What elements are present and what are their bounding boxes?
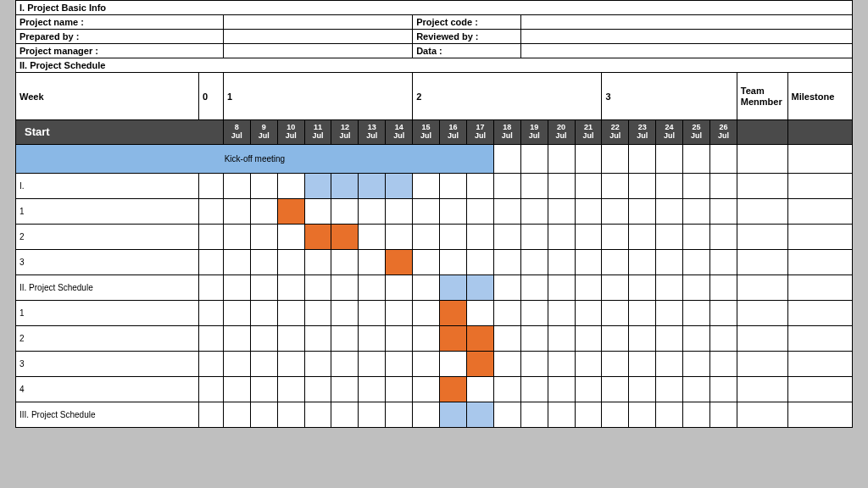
date-14: 14Jul <box>386 120 413 145</box>
team-cell[interactable] <box>737 376 787 402</box>
date-8: 8Jul <box>223 120 250 145</box>
milestone-cell[interactable] <box>787 249 852 274</box>
task-row: 1 <box>16 198 199 224</box>
input-project-code[interactable] <box>520 15 852 30</box>
label-project-name: Project name : <box>16 15 224 30</box>
milestone-cell[interactable] <box>787 198 852 224</box>
week-1: 1 <box>223 73 412 120</box>
milestone-cell[interactable] <box>787 274 852 300</box>
milestone-cell[interactable] <box>787 325 852 351</box>
project-table: I. Project Basic Info Project name : Pro… <box>15 0 853 428</box>
milestone-cell[interactable] <box>787 173 852 198</box>
milestone-cell[interactable] <box>787 376 852 402</box>
week-2: 2 <box>413 73 602 120</box>
date-11: 11Jul <box>304 120 331 145</box>
label-reviewed-by: Reviewed by : <box>413 30 521 44</box>
team-cell[interactable] <box>737 300 787 325</box>
task-row: 1 <box>16 300 199 325</box>
date-22: 22Jul <box>602 120 629 145</box>
milestone-cell[interactable] <box>787 144 852 173</box>
date-16: 16Jul <box>440 120 467 145</box>
kickoff-bar: Kick-off meeting <box>16 144 494 173</box>
date-10: 10Jul <box>277 120 304 145</box>
input-project-manager[interactable] <box>223 44 412 58</box>
date-15: 15Jul <box>413 120 440 145</box>
task-row: 2 <box>16 325 199 351</box>
label-project-manager: Project manager : <box>16 44 224 58</box>
date-13: 13Jul <box>359 120 386 145</box>
date-9: 9Jul <box>250 120 277 145</box>
section-schedule: II. Project Schedule <box>16 58 853 73</box>
task-row: 3 <box>16 351 199 376</box>
date-24: 24Jul <box>656 120 683 145</box>
team-col-dark <box>737 120 787 145</box>
milestone-cell[interactable] <box>787 224 852 249</box>
date-19: 19Jul <box>520 120 548 145</box>
team-cell[interactable] <box>737 351 787 376</box>
date-17: 17Jul <box>466 120 493 145</box>
date-26: 26Jul <box>709 120 737 145</box>
date-12: 12Jul <box>331 120 359 145</box>
team-member-header: Team Menmber <box>737 73 787 120</box>
milestone-cell[interactable] <box>787 351 852 376</box>
team-cell[interactable] <box>737 325 787 351</box>
team-cell[interactable] <box>737 144 787 173</box>
team-cell[interactable] <box>737 198 787 224</box>
label-project-code: Project code : <box>413 15 521 30</box>
input-prepared-by[interactable] <box>223 30 412 44</box>
date-header-row: Start 8Jul 9Jul 10Jul 11Jul 12Jul 13Jul … <box>16 120 853 145</box>
date-23: 23Jul <box>629 120 656 145</box>
task-row: III. Project Schedule <box>16 402 199 427</box>
week-label: Week <box>16 73 199 120</box>
task-row: II. Project Schedule <box>16 274 199 300</box>
task-row: 2 <box>16 224 199 249</box>
week-0: 0 <box>199 73 224 120</box>
section-basic-info: I. Project Basic Info <box>16 1 853 15</box>
milestone-header: Milestone <box>787 73 852 120</box>
team-cell[interactable] <box>737 173 787 198</box>
team-cell[interactable] <box>737 224 787 249</box>
input-reviewed-by[interactable] <box>520 30 852 44</box>
week-3: 3 <box>602 73 737 120</box>
label-prepared-by: Prepared by : <box>16 30 224 44</box>
task-row: 4 <box>16 376 199 402</box>
input-project-name[interactable] <box>223 15 412 30</box>
date-18: 18Jul <box>493 120 520 145</box>
milestone-cell[interactable] <box>787 300 852 325</box>
date-21: 21Jul <box>575 120 602 145</box>
team-cell[interactable] <box>737 249 787 274</box>
team-cell[interactable] <box>737 274 787 300</box>
milestone-col-dark <box>787 120 852 145</box>
input-data[interactable] <box>520 44 852 58</box>
milestone-cell[interactable] <box>787 402 852 427</box>
task-row: I. <box>16 173 199 198</box>
date-25: 25Jul <box>683 120 710 145</box>
start-label: Start <box>16 120 224 145</box>
team-cell[interactable] <box>737 402 787 427</box>
label-data: Data : <box>413 44 521 58</box>
project-sheet: I. Project Basic Info Project name : Pro… <box>15 0 853 428</box>
task-row: 3 <box>16 249 199 274</box>
date-20: 20Jul <box>548 120 575 145</box>
